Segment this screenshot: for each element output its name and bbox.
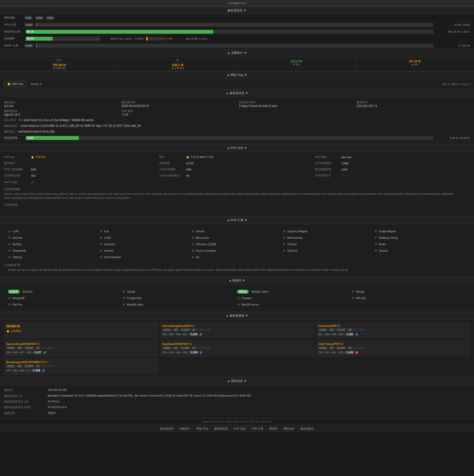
disk-label: 硬盘使用量	[4, 136, 24, 140]
ext-mysqli: ✔ MySQLi	[8, 241, 100, 247]
display-err-val: ✓	[31, 162, 33, 165]
file-open-row: 文件读写打开 ✓	[315, 173, 470, 178]
db-mongodb-icon: ✖	[8, 296, 11, 300]
db-grid: 3.24.0 SQLite3 ✖ SQLite 50012 MySQLi cli…	[4, 287, 470, 309]
flow-sub-2: ▼ 0/s	[238, 63, 354, 66]
bench-vultr-tokyo-scores: 732 × 951 × 951 × 628 = 3,262 🔴	[318, 351, 468, 354]
bench-spartan-tag-float: FLOAT	[24, 346, 34, 350]
db-postgresql: ✖ PostgreSQL	[122, 295, 237, 301]
bench-vultr-lax-link[interactable]: 🔵	[355, 333, 358, 336]
bench-test-btn[interactable]: 🔥 点击测试	[6, 329, 156, 333]
ping-button[interactable]: 🔔 开始 Ping	[4, 81, 26, 87]
flow-stats-header[interactable]: ▲ 流量统计 ▼	[0, 49, 474, 57]
ext-multibyte: ✔ Multibyte String	[374, 235, 466, 240]
bench-spartan-name: SpartanHost/HOD/PHP7.3	[6, 342, 156, 345]
bench-my-server-name: 我的服务器	[6, 324, 156, 328]
db-mysqli-client: 50012 MySQLi client	[237, 289, 352, 294]
my-lang-js-key: 我的浏览器语言 (JS)	[4, 400, 44, 404]
mem-cache-right: 490.97 M / 1.31 G	[102, 37, 132, 40]
os-key: 服务器系统	[4, 124, 18, 127]
display-err-row: 显示错误 ✓	[4, 161, 159, 166]
ping-times: Times: 0	[30, 82, 42, 86]
real-memory-container: 46.1%	[26, 30, 433, 34]
ext-multibyte-icon: ✔	[374, 236, 377, 240]
ext-swoole: ✖ Swoole	[374, 248, 466, 253]
cpu-progress-container	[36, 23, 433, 27]
disabled-funcs-val: apache_setenv chgrp chown chrout dl exec…	[4, 191, 470, 202]
ext-opcache2: ✖ OPcache 已应用	[191, 241, 283, 247]
db-sqlite3-version: 3.24.0	[8, 290, 20, 294]
flow-val-2: 15.14 M	[238, 59, 354, 63]
db-header[interactable]: ▲ 数据库 ▼	[0, 277, 474, 284]
mem-cache-label: 内存缓存	[4, 37, 24, 40]
load-badges: 0.06 0.04 0.05	[24, 16, 55, 20]
db-maxdb-server: ✖ MaxDB server	[237, 302, 352, 307]
nav-server-status[interactable]: 服务器状态	[160, 427, 174, 431]
db-mysqli-version: 50012	[237, 290, 249, 294]
my-info-header[interactable]: ▲ 我的信息 ▼	[0, 377, 474, 385]
disk-right: 5.06 G / 39.25 G	[435, 136, 470, 139]
server-ip-val: 103.135.103.71	[356, 104, 470, 108]
nav-ping[interactable]: 网络 Ping	[197, 427, 208, 431]
nav-database[interactable]: 数据库	[269, 427, 277, 431]
bench-aliyun-scores: 800 × 945 × 948 × 827 = 3,520 🔗	[162, 333, 312, 336]
bench-grid: 我的服务器 🔥 点击测试 AliyunHangZhou/PHP7.3 HASH …	[4, 322, 470, 374]
phpinfo-val[interactable]: 🔥 详细信息	[31, 155, 46, 159]
mem-cache-row: 内存缓存 36.5% 490.97 M / 1.31 G 内存缓冲 7.6% 1…	[0, 35, 474, 42]
bench-ramnode-name: RamNode/SSD/PHP7.3	[162, 342, 312, 345]
bench-spartan-link[interactable]: 🔗	[43, 351, 46, 354]
bench-bandwagon-total: 2,439	[33, 369, 40, 372]
bench-spartan-scores: 830 × 958 × 957 × 582 = 3,327 🔗	[6, 351, 156, 354]
system-load-label: 系统负载	[4, 16, 24, 20]
post-limit-val: 50M	[31, 168, 36, 171]
db-label: ▲ 数据库 ▼	[229, 279, 245, 282]
bench-spartan-total: 3,327	[34, 351, 41, 354]
php-ext-header[interactable]: ▲ PHP 扩展 ▼	[0, 216, 474, 224]
flow-stats-body: 总计 789.88 M ▼ 3.93 K/s 发 248.2 M ▲ 2.55 …	[0, 57, 474, 71]
ext-multibyte-name: Multibyte String	[379, 236, 398, 239]
db-mongodb: ✖ MongoDB	[8, 295, 122, 301]
swap-container	[36, 44, 433, 48]
nav-php-ext[interactable]: PHP 扩展	[252, 427, 263, 431]
ext-memcached-icon: ✖	[283, 236, 286, 240]
loaded-ext-key: 已加载的扩展	[4, 263, 470, 267]
bench-ramnode-tag-io: IO	[191, 346, 197, 350]
bench-bandwagon-date: 2019-03-09	[41, 365, 54, 368]
ext-memcache: ✖ Memcache	[191, 235, 283, 240]
footer-bar: Generator X Prober / Author INN STUDIO /…	[0, 419, 474, 425]
db-filepro-icon: ✖	[8, 303, 11, 306]
nav-php-info[interactable]: PHP 信息	[234, 427, 245, 431]
ext-num-row: 模块报告 32759	[159, 161, 315, 166]
bench-header[interactable]: ▲ 服务器测速 ▼	[0, 312, 474, 320]
bench-aliyun-tag-io: IO	[191, 328, 197, 332]
nav-server-info[interactable]: 服务器信息	[214, 427, 228, 431]
ping-header[interactable]: ▲ 网络 Ping ▼	[0, 71, 474, 79]
flow-val-3: 15.14 M	[357, 59, 473, 63]
bench-vultr-tokyo: Vultr/Tokyo/PHP7.4 HASH INT FLOAT IO 202…	[316, 340, 470, 356]
bench-vultr-tokyo-link[interactable]: 🔴	[355, 351, 358, 354]
bench-ramnode-link[interactable]: 🔵	[199, 351, 202, 354]
server-sw-val: nginx/1.18.1	[4, 113, 118, 116]
flow-val-1: 248.2 M	[120, 63, 235, 67]
bench-aliyun: AliyunHangZhou/PHP7.3 HASH INT FLOAT IO …	[160, 322, 314, 338]
bench-vultr-lax-tag-float: FLOAT	[336, 328, 346, 332]
uptime-key: 持续运行时间	[239, 101, 353, 104]
nav-flow-stats[interactable]: 流量统计	[180, 427, 191, 431]
loaded-ext-container: 已加载的扩展 bcmath cgi-fcgi Core ctype curl d…	[4, 263, 470, 274]
server-status-header[interactable]: 服务器状态 ▼	[0, 7, 474, 14]
php-info-header[interactable]: ▲ PHP 信息 ▼	[0, 144, 474, 152]
bottom-nav: 服务器状态 流量统计 网络 Ping 服务器信息 PHP 信息 PHP 扩展 数…	[0, 425, 474, 433]
my-lang-php-key: 我的浏览器语言 (PHP)	[4, 406, 44, 409]
ext-image-magick-name: Image Magick	[379, 230, 396, 233]
server-info-header[interactable]: ▲ 服务器信息 ▼	[0, 89, 474, 97]
flow-label-0: 总计	[1, 58, 117, 62]
bench-aliyun-link[interactable]: 🔗	[199, 333, 202, 336]
bench-bandwagon-link[interactable]: 🔵	[42, 369, 45, 372]
nav-my-info[interactable]: 我的信息	[283, 427, 294, 431]
phpinfo-row: PHP info 🔥 详细信息	[4, 154, 159, 160]
nav-bench[interactable]: 服务器跑分	[300, 427, 314, 431]
flow-item-0: 总计 789.88 M ▼ 3.93 K/s	[0, 57, 118, 71]
bench-body: 我的服务器 🔥 点击测试 AliyunHangZhou/PHP7.3 HASH …	[0, 320, 474, 377]
swap-bar	[36, 44, 37, 48]
db-mongo: ✖ Mongo	[352, 289, 466, 294]
